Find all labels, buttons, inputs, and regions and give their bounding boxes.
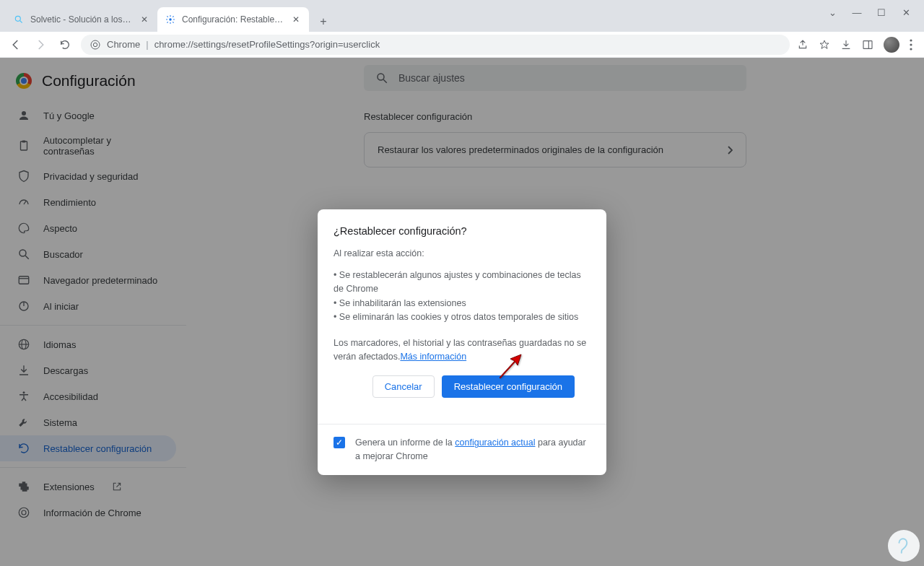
dialog-title: ¿Restablecer configuración? bbox=[334, 225, 590, 237]
dialog-note: Los marcadores, el historial y las contr… bbox=[334, 336, 590, 365]
menu-icon[interactable] bbox=[910, 39, 912, 51]
reset-confirm-button[interactable]: Restablecer configuración bbox=[442, 375, 575, 398]
minimize-icon[interactable]: — bbox=[852, 7, 862, 18]
reset-dialog: ¿Restablecer configuración? Al realizar … bbox=[318, 209, 606, 475]
share-icon[interactable] bbox=[797, 39, 808, 51]
svg-rect-5 bbox=[863, 40, 872, 48]
omnibox-prefix: Chrome bbox=[107, 39, 140, 50]
svg-point-8 bbox=[910, 43, 912, 45]
tab-solvetic[interactable]: Solvetic - Solución a los problem ✕ bbox=[6, 7, 157, 32]
dialog-subtitle: Al realizar esta acción: bbox=[334, 248, 590, 258]
svg-point-4 bbox=[93, 43, 97, 46]
gear-icon bbox=[165, 14, 176, 25]
avatar[interactable] bbox=[884, 37, 899, 53]
report-checkbox[interactable]: ✓ bbox=[334, 437, 345, 448]
chrome-icon bbox=[90, 39, 101, 51]
collapse-icon[interactable]: ⌄ bbox=[827, 7, 837, 18]
reload-button[interactable] bbox=[56, 36, 74, 53]
svg-point-0 bbox=[15, 16, 20, 21]
cancel-button[interactable]: Cancelar bbox=[372, 375, 435, 398]
tab-strip: Solvetic - Solución a los problem ✕ Conf… bbox=[0, 6, 924, 32]
back-button[interactable] bbox=[7, 36, 25, 53]
svg-point-2 bbox=[169, 18, 172, 21]
svg-line-1 bbox=[20, 21, 22, 23]
maximize-icon[interactable]: ☐ bbox=[876, 7, 886, 18]
bookmark-icon[interactable] bbox=[819, 39, 830, 51]
report-label: Genera un informe de la configuración ac… bbox=[355, 436, 590, 463]
modal-overlay: ¿Restablecer configuración? Al realizar … bbox=[0, 58, 924, 566]
watermark-bubble bbox=[888, 530, 920, 562]
new-tab-button[interactable]: + bbox=[313, 12, 334, 32]
svg-point-9 bbox=[910, 48, 912, 50]
magnifier-icon bbox=[13, 14, 25, 25]
current-settings-link[interactable]: configuración actual bbox=[455, 437, 535, 448]
window-close-icon[interactable]: ✕ bbox=[901, 7, 911, 18]
close-icon[interactable]: ✕ bbox=[290, 14, 302, 25]
toolbar: Chrome | chrome://settings/resetProfileS… bbox=[0, 32, 924, 58]
svg-point-3 bbox=[91, 40, 100, 49]
forward-button[interactable] bbox=[32, 36, 49, 53]
close-icon[interactable]: ✕ bbox=[139, 14, 150, 25]
tab-title: Configuración: Restablecer confi bbox=[182, 14, 284, 25]
tab-settings[interactable]: Configuración: Restablecer confi ✕ bbox=[157, 7, 309, 32]
more-info-link[interactable]: Más información bbox=[400, 352, 466, 362]
omnibox-url: chrome://settings/resetProfileSettings?o… bbox=[154, 39, 380, 50]
omnibox[interactable]: Chrome | chrome://settings/resetProfileS… bbox=[81, 35, 790, 55]
download-icon[interactable] bbox=[840, 39, 852, 51]
svg-point-7 bbox=[910, 39, 912, 41]
dialog-bullets: • Se restablecerán algunos ajustes y com… bbox=[334, 269, 590, 325]
tab-title: Solvetic - Solución a los problem bbox=[30, 14, 133, 25]
panel-icon[interactable] bbox=[862, 39, 873, 51]
